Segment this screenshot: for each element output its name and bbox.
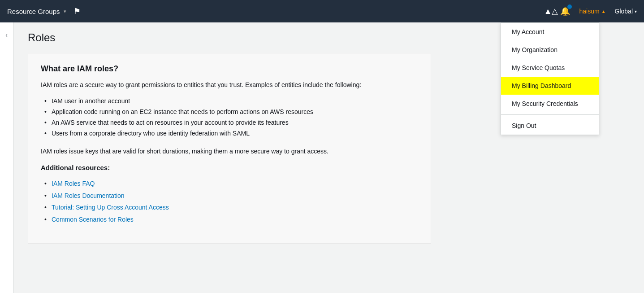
info-box-outro: IAM roles issue keys that are valid for …	[41, 146, 418, 156]
resource-groups-menu[interactable]: Resource Groups ▾	[7, 8, 66, 15]
notifications-bell[interactable]: ▲△ 🔔	[544, 6, 571, 16]
info-box-heading: What are IAM roles?	[41, 64, 418, 74]
region-caret-icon: ▾	[635, 9, 637, 14]
dropdown-divider	[501, 114, 599, 115]
user-menu[interactable]: haisum ▲	[579, 8, 605, 15]
sidebar-toggle[interactable]: ‹	[0, 22, 13, 293]
info-box-bullets: IAM user in another account Application …	[41, 96, 418, 139]
user-caret-icon: ▲	[601, 9, 606, 14]
bullet-item-1: IAM user in another account	[44, 96, 418, 107]
bullet-item-4: Users from a corporate directory who use…	[44, 128, 418, 139]
additional-resources-label: Additional resources:	[41, 162, 418, 173]
iam-roles-docs-link[interactable]: IAM Roles Documentation	[52, 192, 125, 199]
pin-icon[interactable]: ⚑	[73, 6, 81, 16]
dropdown-item-my-security-credentials[interactable]: My Security Credentials	[501, 95, 599, 113]
tutorial-cross-account-link[interactable]: Tutorial: Setting Up Cross Account Acces…	[52, 204, 169, 211]
dropdown-item-my-organization[interactable]: My Organization	[501, 41, 599, 59]
top-navigation: Resource Groups ▾ ⚑ ▲△ 🔔 haisum ▲ Global…	[0, 0, 644, 22]
dropdown-item-my-billing-dashboard[interactable]: My Billing Dashboard	[501, 77, 599, 95]
links-list: IAM Roles FAQ IAM Roles Documentation Tu…	[41, 178, 418, 225]
notification-badge	[567, 4, 572, 9]
link-item-common-scenarios: Common Scenarios for Roles	[44, 214, 418, 226]
info-box: What are IAM roles? IAM roles are a secu…	[28, 53, 431, 244]
region-label: Global	[615, 8, 633, 15]
resource-groups-label: Resource Groups	[7, 8, 60, 15]
dropdown-item-my-account[interactable]: My Account	[501, 23, 599, 41]
info-box-intro: IAM roles are a secure way to grant perm…	[41, 80, 418, 90]
link-item-tutorial: Tutorial: Setting Up Cross Account Acces…	[44, 201, 418, 214]
link-item-faq: IAM Roles FAQ	[44, 178, 418, 190]
iam-roles-faq-link[interactable]: IAM Roles FAQ	[52, 180, 95, 187]
nav-right-section: ▲△ 🔔 haisum ▲ Global ▾	[544, 6, 637, 16]
username-label: haisum	[579, 8, 599, 15]
dropdown-item-my-service-quotas[interactable]: My Service Quotas	[501, 59, 599, 77]
dropdown-item-sign-out[interactable]: Sign Out	[501, 117, 599, 135]
sidebar-toggle-icon: ‹	[5, 31, 8, 39]
common-scenarios-link[interactable]: Common Scenarios for Roles	[52, 216, 134, 223]
user-dropdown-menu: My Account My Organization My Service Qu…	[501, 22, 599, 135]
link-item-documentation: IAM Roles Documentation	[44, 190, 418, 202]
bullet-item-3: An AWS service that needs to act on reso…	[44, 118, 418, 128]
bullet-item-2: Application code running on an EC2 insta…	[44, 107, 418, 118]
region-menu[interactable]: Global ▾	[615, 8, 637, 15]
resource-groups-chevron: ▾	[64, 9, 66, 14]
bell-icon: ▲△ 🔔	[544, 7, 571, 16]
